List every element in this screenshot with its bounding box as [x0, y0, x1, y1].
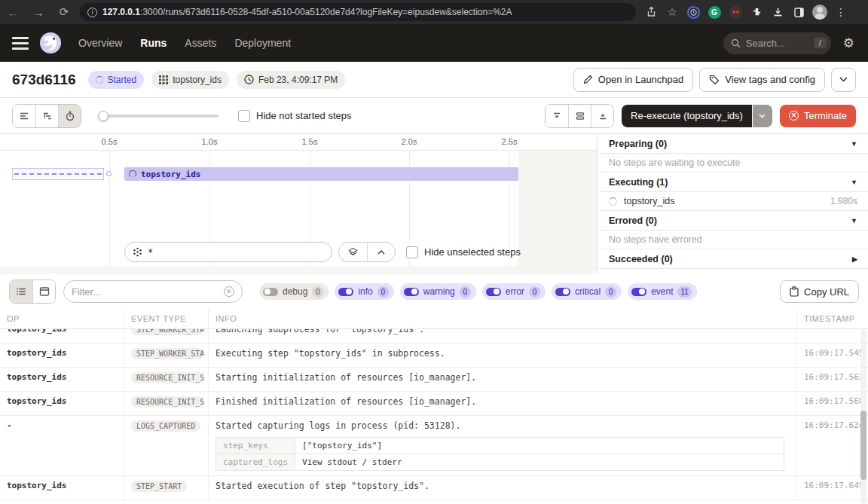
browser-menu-icon[interactable]: ⋮ — [832, 3, 850, 21]
axis-tick: 1.0s — [202, 137, 218, 146]
terminate-button[interactable]: ✕ Terminate — [780, 105, 856, 127]
meta-label: captured_logs — [216, 454, 295, 471]
dagster-logo[interactable] — [39, 32, 62, 54]
zoom-slider-handle[interactable] — [98, 111, 108, 121]
hide-not-started-checkbox[interactable] — [238, 110, 250, 122]
side-panel-icon[interactable] — [790, 3, 808, 21]
back-icon[interactable]: ← — [0, 6, 26, 19]
forward-icon[interactable]: → — [26, 6, 51, 19]
event-type-badge: STEP_WORKER_STARTI… — [131, 329, 204, 335]
extension-eyes-icon[interactable] — [726, 3, 744, 21]
structured-log-view-button[interactable] — [10, 280, 32, 303]
gantt-horizontal-scrollbar[interactable] — [0, 267, 597, 274]
section-preparing[interactable]: Preparing (0) ▼ — [598, 134, 868, 154]
bookmark-star-icon[interactable]: ☆ — [663, 3, 681, 21]
toggle-error-label: error — [506, 286, 524, 297]
reexecute-dropdown-button[interactable] — [753, 105, 772, 127]
split-panels-button[interactable] — [568, 105, 591, 127]
switch-icon — [338, 288, 353, 296]
terminate-label: Terminate — [804, 110, 847, 121]
log-row-logs-captured[interactable]: - LOGS_CAPTURED Started capturing logs i… — [0, 416, 868, 476]
section-errored[interactable]: Errored (0) ▼ — [598, 211, 868, 231]
toggle-event-count: 11 — [677, 286, 691, 298]
nav-overview[interactable]: Overview — [78, 37, 122, 49]
log-row[interactable]: topstory_ids RESOURCE_INIT_STAR… Startin… — [0, 368, 868, 392]
zoom-slider[interactable] — [98, 115, 219, 118]
nav-runs[interactable]: Runs — [140, 37, 167, 49]
view-stdout-link[interactable]: View stdout / stderr — [295, 454, 784, 471]
open-in-launchpad-button[interactable]: Open in Launchpad — [573, 68, 693, 92]
view-tags-config-button[interactable]: View tags and config — [699, 68, 825, 92]
run-start-time-tag: Feb 23, 4:09:17 PM — [237, 71, 345, 89]
gantt-step-bar[interactable]: topstory_ids — [124, 167, 518, 181]
toggle-event[interactable]: event 11 — [628, 283, 697, 300]
meta-value: ["topstory_ids"] — [295, 438, 784, 454]
col-event-type: EVENT TYPE — [124, 309, 209, 328]
browser-chrome: ← → ⟳ i 127.0.0.1:3000/runs/673d6116-052… — [0, 0, 868, 24]
settings-gear-icon[interactable]: ⚙ — [843, 35, 854, 51]
axis-tick: 2.5s — [502, 137, 518, 146]
event-type-badge: RESOURCE_INIT_STAR… — [131, 372, 204, 383]
hide-unselected-checkbox[interactable] — [406, 246, 418, 258]
hide-not-started-label[interactable]: Hide not started steps — [256, 110, 351, 121]
log-scrollbar-thumb[interactable] — [860, 411, 866, 480]
search-icon — [731, 38, 741, 48]
toggle-warning[interactable]: warning 0 — [400, 283, 476, 300]
toggle-critical[interactable]: critical 0 — [552, 283, 622, 300]
expand-up-button[interactable] — [591, 105, 613, 127]
job-name-label: topstory_ids — [173, 75, 222, 85]
raw-log-view-button[interactable] — [32, 280, 55, 303]
open-in-launchpad-label: Open in Launchpad — [598, 74, 683, 85]
log-panel: ✕ debug 0 info 0 warning 0 error 0 — [0, 274, 868, 504]
log-row[interactable]: topstory_ids STEP_WORKER_STARTED Executi… — [0, 344, 868, 368]
section-succeeded[interactable]: Succeeded (0) ▶ — [598, 249, 868, 269]
toggle-debug[interactable]: debug 0 — [259, 283, 329, 300]
waterfall-view-button[interactable] — [35, 105, 58, 127]
toggle-info-count: 0 — [377, 286, 389, 298]
collapse-down-button[interactable] — [546, 105, 568, 127]
section-executing[interactable]: Executing (1) ▼ — [598, 173, 868, 192]
log-row[interactable]: topstory_ids STEP_START Started executio… — [0, 476, 868, 500]
chevron-up-button[interactable] — [367, 243, 395, 261]
step-spinner-icon — [129, 170, 136, 178]
toggle-info[interactable]: info 0 — [335, 283, 393, 300]
step-selector-input[interactable] — [148, 247, 324, 258]
timed-view-button[interactable] — [58, 105, 81, 127]
clear-filter-icon[interactable]: ✕ — [224, 286, 234, 297]
share-icon[interactable] — [642, 3, 660, 21]
toggle-debug-label: debug — [283, 286, 307, 297]
url-bar[interactable]: i 127.0.0.1:3000/runs/673d6116-0528-45df… — [80, 3, 636, 21]
reexecute-button[interactable]: Re-execute (topstory_ids) — [622, 105, 752, 127]
toggle-error[interactable]: error 0 — [482, 283, 546, 300]
nav-assets[interactable]: Assets — [185, 37, 216, 49]
log-row[interactable]: topstory_ids STEP_WORKER_STARTI… Launchi… — [0, 329, 868, 344]
reload-icon[interactable]: ⟳ — [51, 5, 77, 19]
hide-unselected-label[interactable]: Hide unselected steps — [424, 246, 521, 258]
job-name-tag[interactable]: topstory_ids — [151, 71, 229, 89]
extension-grammarly-icon[interactable]: G — [705, 3, 723, 21]
extension-clock-icon[interactable] — [684, 3, 702, 21]
gantt-step-label: topstory_ids — [141, 170, 200, 179]
run-status-badge: Started — [88, 71, 145, 89]
log-row[interactable]: topstory_ids RESOURCE_INIT_SUCC… Finishe… — [0, 392, 868, 416]
executing-step-duration: 1.980s — [830, 196, 857, 206]
run-more-actions-button[interactable] — [831, 68, 856, 92]
executing-step-row[interactable]: topstory_ids 1.980s — [598, 192, 868, 211]
event-type-badge: STEP_START — [131, 481, 187, 492]
profile-avatar[interactable] — [811, 3, 829, 21]
nav-deployment[interactable]: Deployment — [234, 37, 291, 49]
flat-view-button[interactable] — [13, 105, 35, 127]
hamburger-menu-icon[interactable] — [12, 37, 29, 50]
log-filter-input[interactable] — [72, 286, 219, 298]
log-info-text: Started capturing logs in process (pid: … — [215, 420, 460, 431]
global-search[interactable]: Search... / — [723, 32, 831, 54]
copy-url-button[interactable]: Copy URL — [780, 280, 859, 303]
log-filter-wrap: ✕ — [63, 280, 243, 303]
layers-icon-button[interactable] — [339, 243, 367, 261]
site-info-icon[interactable]: i — [87, 8, 97, 17]
extensions-puzzle-icon[interactable] — [747, 3, 766, 21]
errored-empty-text: No steps have errored — [598, 231, 868, 249]
gantt-view-mode-group — [12, 104, 81, 128]
url-text: 127.0.0.1:3000/runs/673d6116-0528-45df-a… — [102, 7, 512, 17]
downloads-icon[interactable] — [769, 3, 787, 21]
